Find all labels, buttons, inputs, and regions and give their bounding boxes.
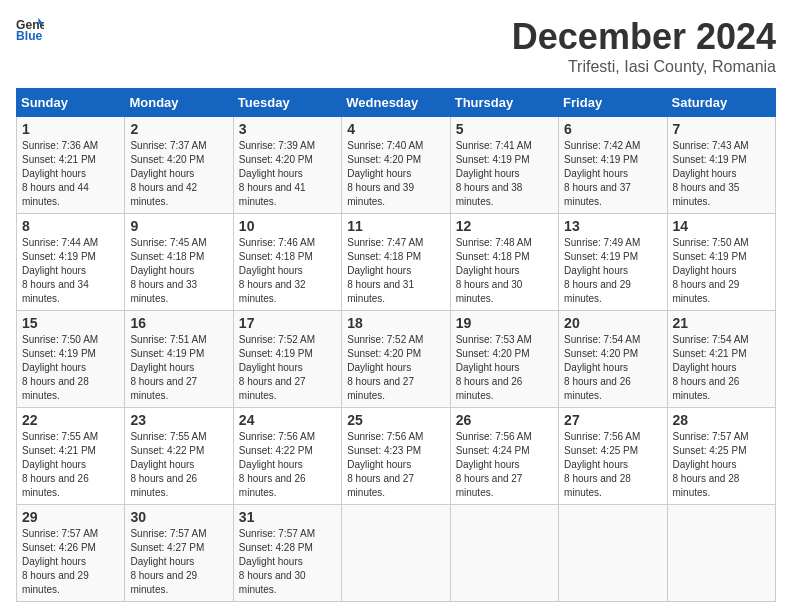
day-number: 14 — [673, 218, 770, 234]
calendar-cell: 7Sunrise: 7:43 AMSunset: 4:19 PMDaylight… — [667, 117, 775, 214]
calendar-cell: 25Sunrise: 7:56 AMSunset: 4:23 PMDayligh… — [342, 408, 450, 505]
day-number: 5 — [456, 121, 553, 137]
cell-info: Sunrise: 7:46 AMSunset: 4:18 PMDaylight … — [239, 236, 336, 306]
day-number: 31 — [239, 509, 336, 525]
week-row-3: 15Sunrise: 7:50 AMSunset: 4:19 PMDayligh… — [17, 311, 776, 408]
day-number: 17 — [239, 315, 336, 331]
day-number: 22 — [22, 412, 119, 428]
calendar-cell: 24Sunrise: 7:56 AMSunset: 4:22 PMDayligh… — [233, 408, 341, 505]
calendar-cell: 26Sunrise: 7:56 AMSunset: 4:24 PMDayligh… — [450, 408, 558, 505]
day-number: 2 — [130, 121, 227, 137]
title-area: December 2024 Trifesti, Iasi County, Rom… — [512, 16, 776, 76]
header-day-friday: Friday — [559, 89, 667, 117]
week-row-4: 22Sunrise: 7:55 AMSunset: 4:21 PMDayligh… — [17, 408, 776, 505]
calendar-cell: 20Sunrise: 7:54 AMSunset: 4:20 PMDayligh… — [559, 311, 667, 408]
calendar-cell: 17Sunrise: 7:52 AMSunset: 4:19 PMDayligh… — [233, 311, 341, 408]
cell-info: Sunrise: 7:55 AMSunset: 4:22 PMDaylight … — [130, 430, 227, 500]
header-day-monday: Monday — [125, 89, 233, 117]
week-row-1: 1Sunrise: 7:36 AMSunset: 4:21 PMDaylight… — [17, 117, 776, 214]
cell-info: Sunrise: 7:57 AMSunset: 4:28 PMDaylight … — [239, 527, 336, 597]
cell-info: Sunrise: 7:55 AMSunset: 4:21 PMDaylight … — [22, 430, 119, 500]
day-number: 25 — [347, 412, 444, 428]
cell-info: Sunrise: 7:52 AMSunset: 4:20 PMDaylight … — [347, 333, 444, 403]
calendar-table: SundayMondayTuesdayWednesdayThursdayFrid… — [16, 88, 776, 602]
cell-info: Sunrise: 7:57 AMSunset: 4:25 PMDaylight … — [673, 430, 770, 500]
day-number: 19 — [456, 315, 553, 331]
cell-info: Sunrise: 7:51 AMSunset: 4:19 PMDaylight … — [130, 333, 227, 403]
calendar-cell: 27Sunrise: 7:56 AMSunset: 4:25 PMDayligh… — [559, 408, 667, 505]
calendar-cell: 5Sunrise: 7:41 AMSunset: 4:19 PMDaylight… — [450, 117, 558, 214]
calendar-cell: 9Sunrise: 7:45 AMSunset: 4:18 PMDaylight… — [125, 214, 233, 311]
calendar-cell: 23Sunrise: 7:55 AMSunset: 4:22 PMDayligh… — [125, 408, 233, 505]
cell-info: Sunrise: 7:54 AMSunset: 4:21 PMDaylight … — [673, 333, 770, 403]
header-day-tuesday: Tuesday — [233, 89, 341, 117]
cell-info: Sunrise: 7:47 AMSunset: 4:18 PMDaylight … — [347, 236, 444, 306]
logo-icon: General Blue — [16, 16, 44, 44]
cell-info: Sunrise: 7:50 AMSunset: 4:19 PMDaylight … — [22, 333, 119, 403]
day-number: 29 — [22, 509, 119, 525]
day-number: 24 — [239, 412, 336, 428]
cell-info: Sunrise: 7:43 AMSunset: 4:19 PMDaylight … — [673, 139, 770, 209]
calendar-cell: 1Sunrise: 7:36 AMSunset: 4:21 PMDaylight… — [17, 117, 125, 214]
day-number: 27 — [564, 412, 661, 428]
cell-info: Sunrise: 7:40 AMSunset: 4:20 PMDaylight … — [347, 139, 444, 209]
cell-info: Sunrise: 7:54 AMSunset: 4:20 PMDaylight … — [564, 333, 661, 403]
month-title: December 2024 — [512, 16, 776, 58]
calendar-cell: 28Sunrise: 7:57 AMSunset: 4:25 PMDayligh… — [667, 408, 775, 505]
calendar-cell: 13Sunrise: 7:49 AMSunset: 4:19 PMDayligh… — [559, 214, 667, 311]
calendar-cell: 3Sunrise: 7:39 AMSunset: 4:20 PMDaylight… — [233, 117, 341, 214]
day-number: 23 — [130, 412, 227, 428]
calendar-cell: 30Sunrise: 7:57 AMSunset: 4:27 PMDayligh… — [125, 505, 233, 602]
calendar-cell: 10Sunrise: 7:46 AMSunset: 4:18 PMDayligh… — [233, 214, 341, 311]
cell-info: Sunrise: 7:50 AMSunset: 4:19 PMDaylight … — [673, 236, 770, 306]
day-number: 18 — [347, 315, 444, 331]
cell-info: Sunrise: 7:56 AMSunset: 4:25 PMDaylight … — [564, 430, 661, 500]
day-number: 1 — [22, 121, 119, 137]
day-number: 13 — [564, 218, 661, 234]
calendar-header-row: SundayMondayTuesdayWednesdayThursdayFrid… — [17, 89, 776, 117]
day-number: 3 — [239, 121, 336, 137]
day-number: 28 — [673, 412, 770, 428]
day-number: 26 — [456, 412, 553, 428]
day-number: 10 — [239, 218, 336, 234]
cell-info: Sunrise: 7:57 AMSunset: 4:26 PMDaylight … — [22, 527, 119, 597]
header-day-saturday: Saturday — [667, 89, 775, 117]
calendar-cell: 18Sunrise: 7:52 AMSunset: 4:20 PMDayligh… — [342, 311, 450, 408]
calendar-cell: 6Sunrise: 7:42 AMSunset: 4:19 PMDaylight… — [559, 117, 667, 214]
cell-info: Sunrise: 7:42 AMSunset: 4:19 PMDaylight … — [564, 139, 661, 209]
calendar-cell: 11Sunrise: 7:47 AMSunset: 4:18 PMDayligh… — [342, 214, 450, 311]
week-row-5: 29Sunrise: 7:57 AMSunset: 4:26 PMDayligh… — [17, 505, 776, 602]
day-number: 21 — [673, 315, 770, 331]
cell-info: Sunrise: 7:56 AMSunset: 4:22 PMDaylight … — [239, 430, 336, 500]
svg-text:Blue: Blue — [16, 29, 43, 43]
cell-info: Sunrise: 7:44 AMSunset: 4:19 PMDaylight … — [22, 236, 119, 306]
calendar-cell: 21Sunrise: 7:54 AMSunset: 4:21 PMDayligh… — [667, 311, 775, 408]
header-day-wednesday: Wednesday — [342, 89, 450, 117]
cell-info: Sunrise: 7:49 AMSunset: 4:19 PMDaylight … — [564, 236, 661, 306]
header: General Blue December 2024 Trifesti, Ias… — [16, 16, 776, 76]
day-number: 4 — [347, 121, 444, 137]
cell-info: Sunrise: 7:39 AMSunset: 4:20 PMDaylight … — [239, 139, 336, 209]
calendar-cell: 29Sunrise: 7:57 AMSunset: 4:26 PMDayligh… — [17, 505, 125, 602]
day-number: 8 — [22, 218, 119, 234]
calendar-cell: 12Sunrise: 7:48 AMSunset: 4:18 PMDayligh… — [450, 214, 558, 311]
calendar-cell: 4Sunrise: 7:40 AMSunset: 4:20 PMDaylight… — [342, 117, 450, 214]
week-row-2: 8Sunrise: 7:44 AMSunset: 4:19 PMDaylight… — [17, 214, 776, 311]
calendar-cell — [450, 505, 558, 602]
day-number: 6 — [564, 121, 661, 137]
cell-info: Sunrise: 7:37 AMSunset: 4:20 PMDaylight … — [130, 139, 227, 209]
calendar-cell: 14Sunrise: 7:50 AMSunset: 4:19 PMDayligh… — [667, 214, 775, 311]
day-number: 20 — [564, 315, 661, 331]
cell-info: Sunrise: 7:41 AMSunset: 4:19 PMDaylight … — [456, 139, 553, 209]
day-number: 11 — [347, 218, 444, 234]
header-day-sunday: Sunday — [17, 89, 125, 117]
cell-info: Sunrise: 7:52 AMSunset: 4:19 PMDaylight … — [239, 333, 336, 403]
calendar-cell — [342, 505, 450, 602]
cell-info: Sunrise: 7:36 AMSunset: 4:21 PMDaylight … — [22, 139, 119, 209]
cell-info: Sunrise: 7:56 AMSunset: 4:23 PMDaylight … — [347, 430, 444, 500]
day-number: 16 — [130, 315, 227, 331]
header-day-thursday: Thursday — [450, 89, 558, 117]
cell-info: Sunrise: 7:45 AMSunset: 4:18 PMDaylight … — [130, 236, 227, 306]
calendar-cell — [559, 505, 667, 602]
calendar-cell: 31Sunrise: 7:57 AMSunset: 4:28 PMDayligh… — [233, 505, 341, 602]
